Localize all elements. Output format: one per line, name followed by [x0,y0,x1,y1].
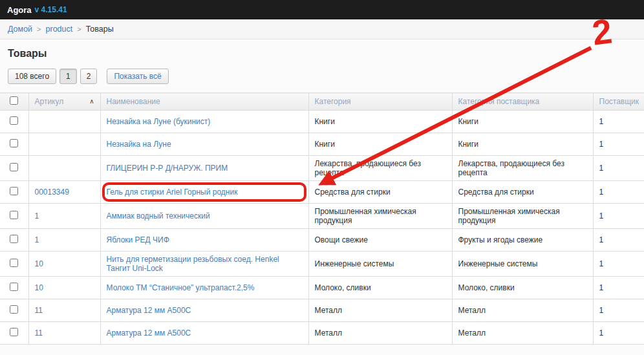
category-cell: Инженерные системы [308,252,452,277]
product-name-cell: ГЛИЦЕРИН Р-Р Д/НАРУЖ. ПРИМ [100,156,308,181]
supplier-category-cell: Книги [452,111,593,133]
product-name-link[interactable]: Арматура 12 мм А500С [107,306,191,315]
row-checkbox[interactable] [10,163,18,171]
supplier-count-cell: 1 [593,156,644,181]
page-2-button[interactable]: 2 [80,69,98,84]
sku-link[interactable]: 10 [35,259,43,268]
category-cell: Металл [308,322,452,345]
product-name-link[interactable]: Нить для герметизации резьбовых соед. He… [107,255,279,273]
product-name-cell: Яблоки РЕД ЧИФ [100,229,308,252]
product-name-link[interactable]: Аммиак водный технический [107,211,210,221]
top-bar: Agora v 4.15.41 [0,0,644,19]
row-checkbox[interactable] [10,116,18,125]
supplier-category-cell: Средства для стирки [452,181,593,204]
row-checkbox[interactable] [10,305,18,314]
category-cell: Книги [308,111,452,133]
product-name-cell: Гель для стирки Ariel Горный родник [100,181,308,204]
table-row: 00013349Гель для стирки Ariel Горный род… [0,181,644,204]
sku-link[interactable]: 10 [35,283,43,292]
product-name-link[interactable]: Незнайка на Луне [107,140,171,149]
supplier-category-cell: Молоко, сливки [452,277,593,299]
sort-ascending-icon[interactable]: ∧ [89,98,94,105]
sku-link[interactable]: 11 [35,328,43,338]
sku-cell: 10 [28,277,100,299]
row-checkbox[interactable] [10,328,18,336]
page-title: Товары [0,39,644,63]
pagination-toolbar: 108 всего 1 2 Показать всё [0,63,644,92]
row-checkbox-cell [0,252,28,277]
category-cell: Металл [308,299,452,322]
supplier-count-cell: 1 [593,252,644,277]
table-header: Артикул ∧ Наименование Категория Категор… [0,93,644,111]
sku-link[interactable]: 00013349 [35,188,69,197]
breadcrumb-home-link[interactable]: Домой [8,25,32,34]
product-name-cell: Арматура 12 мм А500С [100,322,308,345]
sku-link[interactable]: 11 [35,306,43,315]
sku-cell: 00013349 [28,181,100,204]
total-count-button[interactable]: 108 всего [8,69,56,84]
sku-cell: 10 [28,252,100,277]
product-name-cell: Арматура 12 мм А500С [100,299,308,322]
sku-cell [28,133,100,156]
table-row: 1Аммиак водный техническийПромышленная х… [0,204,644,229]
row-checkbox[interactable] [10,139,18,147]
header-supplier[interactable]: Поставщик [593,93,644,111]
supplier-count-cell: 1 [593,133,644,156]
header-category[interactable]: Категория [308,93,452,111]
app-version: v 4.15.41 [35,5,67,14]
breadcrumb-current: Товары [86,25,114,34]
table-row: Незнайка на ЛунеКнигиКниги1 [0,133,644,156]
breadcrumb-separator: > [77,25,81,33]
table-row: 10Нить для герметизации резьбовых соед. … [0,252,644,277]
products-table-body: Незнайка на Луне (букинист)КнигиКниги1Не… [0,111,644,345]
product-name-link[interactable]: Арматура 12 мм А500С [107,328,191,338]
row-checkbox[interactable] [10,259,18,267]
row-checkbox-cell [0,277,28,299]
row-checkbox-cell [0,156,28,181]
product-name-cell: Молоко ТМ “Станичное” ультрапаст.2,5% [100,277,308,299]
sku-link[interactable]: 1 [35,235,39,244]
table-row: 11Арматура 12 мм А500СМеталлМеталл1 [0,299,644,322]
product-name-cell: Аммиак водный технический [100,204,308,229]
row-checkbox[interactable] [10,211,18,219]
breadcrumb: Домой > product > Товары [0,19,644,39]
products-table: Артикул ∧ Наименование Категория Категор… [0,92,644,345]
sku-cell: 11 [28,299,100,322]
row-checkbox-cell [0,181,28,204]
product-name-link[interactable]: Яблоки РЕД ЧИФ [107,235,169,244]
sku-cell [28,156,100,181]
category-cell: Книги [308,133,452,156]
product-name-link[interactable]: Незнайка на Луне (букинист) [107,117,211,126]
header-supplier-category[interactable]: Категория поставщика [452,93,593,111]
supplier-category-cell: Промышленная химическая продукция [452,204,593,229]
header-name[interactable]: Наименование [100,93,308,111]
product-name-link[interactable]: ГЛИЦЕРИН Р-Р Д/НАРУЖ. ПРИМ [107,164,228,173]
supplier-category-cell: Лекарства, продающиеся без рецепта [452,156,593,181]
supplier-count-cell: 1 [593,181,644,204]
supplier-category-cell: Металл [452,299,593,322]
select-all-header-cell [0,93,28,111]
sku-cell: 11 [28,322,100,345]
row-checkbox-cell [0,229,28,252]
supplier-count-cell: 1 [593,204,644,229]
row-checkbox-cell [0,204,28,229]
sku-link[interactable]: 1 [35,211,39,221]
breadcrumb-product-link[interactable]: product [46,25,73,34]
supplier-count-cell: 1 [593,299,644,322]
sku-cell: 1 [28,204,100,229]
row-checkbox[interactable] [10,235,18,243]
supplier-count-cell: 1 [593,277,644,299]
select-all-checkbox[interactable] [10,96,18,105]
product-name-cell: Нить для герметизации резьбовых соед. He… [100,252,308,277]
table-row: Незнайка на Луне (букинист)КнигиКниги1 [0,111,644,133]
app-logo: Agora [7,5,32,15]
product-name-link[interactable]: Молоко ТМ “Станичное” ультрапаст.2,5% [107,283,255,292]
breadcrumb-separator: > [37,25,41,33]
header-sku[interactable]: Артикул ∧ [28,93,100,111]
page-1-button[interactable]: 1 [59,69,77,84]
row-checkbox-cell [0,322,28,345]
product-name-link[interactable]: Гель для стирки Ariel Горный родник [107,188,238,197]
row-checkbox[interactable] [10,187,18,195]
show-all-button[interactable]: Показать всё [107,69,168,84]
row-checkbox[interactable] [10,283,18,291]
